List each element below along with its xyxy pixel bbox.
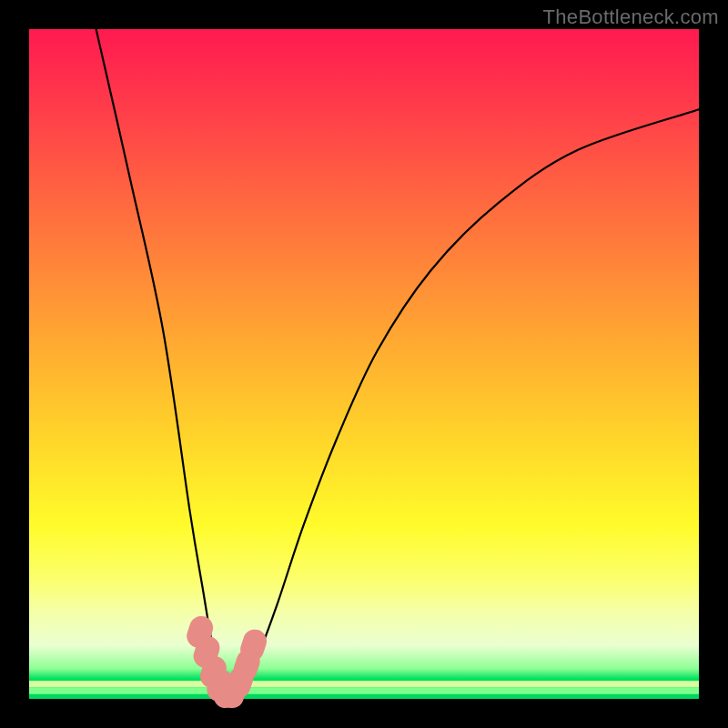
curve-svg [29,29,699,699]
chart-frame: TheBottleneck.com [0,0,728,728]
bottleneck-curve [96,29,699,697]
bottom-band [29,687,699,693]
watermark: TheBottleneck.com [543,5,719,29]
bottom-band [29,681,699,687]
gradient-bands [29,681,699,699]
plot-area [29,29,699,699]
bottom-band [29,694,699,699]
